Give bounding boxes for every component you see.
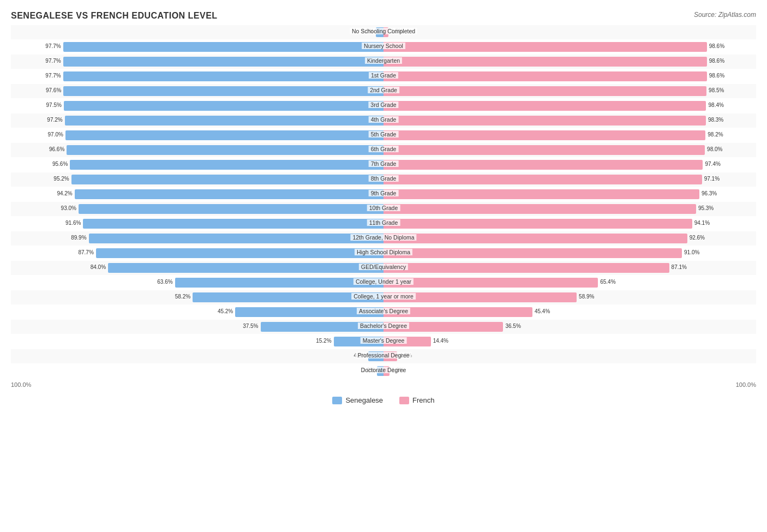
french-label: French [412,396,434,404]
french-bar [384,57,707,67]
table-row: 12th Grade, No Diploma89.9%92.6% [11,231,756,246]
french-value: 98.6% [709,73,724,79]
french-color-swatch [399,397,409,404]
table-row: Bachelor's Degree37.5%36.5% [11,320,756,334]
table-row: High School Diploma87.7%91.0% [11,246,756,260]
table-row: Nursery School97.7%98.6% [11,40,756,54]
french-value: 97.1% [704,176,720,182]
row-label: 4th Grade [369,116,399,123]
french-bar [384,42,707,52]
senegalese-bar [65,130,384,140]
french-bar [384,219,692,229]
french-value: 96.3% [702,190,717,196]
french-value: 98.3% [708,117,723,123]
french-value: 45.4% [535,308,550,314]
french-value: 98.6% [709,43,724,49]
senegalese-value: 93.0% [61,205,76,211]
x-axis-left: 100.0% [11,381,31,388]
x-axis: 100.0% 100.0% [11,381,756,388]
row-label: 2nd Grade [368,87,399,93]
senegalese-bar [89,234,384,243]
french-bar [384,130,705,140]
senegalese-value: 15.2% [316,338,331,344]
table-row: 2nd Grade97.6%98.5% [11,84,756,98]
row-label: 3rd Grade [368,101,398,108]
senegalese-bar [65,116,384,125]
senegalese-bar [83,219,384,229]
senegalese-bar [67,145,384,155]
senegalese-value: 84.0% [91,264,106,270]
senegalese-value: 97.5% [46,102,62,108]
senegalese-value: 97.7% [45,73,61,79]
legend: Senegalese French [11,396,756,404]
chart-title: SENEGALESE VS FRENCH EDUCATION LEVEL [11,11,756,21]
table-row: 11th Grade91.6%94.1% [11,217,756,231]
senegalese-bar [63,57,384,67]
table-row: College, Under 1 year63.6%65.4% [11,276,756,290]
table-row: 9th Grade94.2%96.3% [11,187,756,201]
table-row: GED/Equivalency84.0%87.1% [11,261,756,275]
row-label: 12th Grade, No Diploma [350,234,416,241]
row-label: No Schooling Completed [350,28,417,34]
row-label: Kindergarten [365,57,402,64]
table-row: 6th Grade96.6%98.0% [11,143,756,157]
legend-french: French [399,396,434,404]
chart-container: SENEGALESE VS FRENCH EDUCATION LEVEL Sou… [0,0,767,415]
table-row: 1st Grade97.7%98.6% [11,69,756,83]
senegalese-bar [75,189,384,199]
french-bar [384,145,705,155]
table-row: 10th Grade93.0%95.3% [11,202,756,216]
french-value: 98.0% [707,146,722,152]
french-bar [384,248,682,258]
senegalese-value: 97.2% [47,117,62,123]
senegalese-value: 97.7% [45,43,61,49]
french-value: 65.4% [600,279,615,285]
french-value: 98.4% [709,102,724,108]
french-value: 94.1% [694,220,710,226]
source-label: Source: ZipAtlas.com [694,11,756,19]
french-value: 98.5% [709,87,724,93]
senegalese-color-swatch [332,397,342,404]
senegalese-value: 97.0% [48,131,63,138]
table-row: Associate's Degree45.2%45.4% [11,305,756,319]
senegalese-value: 37.5% [243,323,258,329]
french-bar [384,71,707,81]
senegalese-value: 97.7% [45,58,61,64]
table-row: 3rd Grade97.5%98.4% [11,99,756,113]
french-bar [384,204,696,214]
senegalese-value: 95.6% [52,161,68,167]
senegalese-bar [63,42,384,52]
row-label: Professional Degree [355,352,411,358]
senegalese-value: 91.6% [65,220,81,226]
french-bar [384,189,699,199]
row-label: Doctorate Degree [359,367,409,373]
row-label: 5th Grade [369,131,399,138]
senegalese-bar [96,248,384,258]
legend-senegalese: Senegalese [332,396,383,404]
senegalese-bar [63,71,384,81]
senegalese-bar [108,263,384,273]
table-row: Master's Degree15.2%14.4% [11,334,756,349]
senegalese-value: 87.7% [78,249,93,255]
senegalese-value: 96.6% [49,146,64,152]
table-row: College, 1 year or more58.2%58.9% [11,290,756,304]
french-bar [384,160,703,170]
table-row: 8th Grade95.2%97.1% [11,172,756,187]
french-value: 95.3% [698,205,714,211]
french-bar [384,101,706,111]
senegalese-value: 95.2% [53,176,69,182]
senegalese-label: Senegalese [345,396,383,404]
french-value: 92.6% [690,235,705,241]
row-label: High School Diploma [355,249,412,255]
senegalese-value: 45.2% [218,308,233,314]
table-row: 4th Grade97.2%98.3% [11,113,756,128]
senegalese-value: 58.2% [175,294,190,300]
senegalese-value: 63.6% [157,279,172,285]
senegalese-value: 94.2% [57,190,72,196]
french-value: 36.5% [505,323,520,329]
table-row: Doctorate Degree2.0%1.8% [11,364,756,378]
row-label: 10th Grade [367,205,400,211]
french-value: 98.2% [708,131,723,138]
table-row: Professional Degree4.6%4.2% [11,349,756,363]
french-bar [384,175,702,184]
